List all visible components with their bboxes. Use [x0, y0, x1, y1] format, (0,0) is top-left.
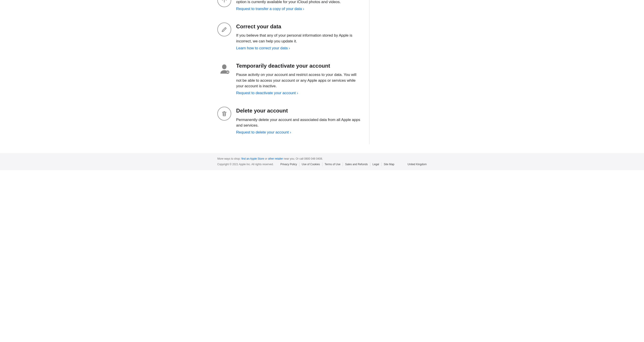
legal-link[interactable]: Legal	[370, 163, 382, 167]
delete-section: Delete your account Permanently delete y…	[217, 107, 360, 135]
person-minus-icon	[217, 62, 231, 76]
content-column: You can transfer a copy of your data to …	[217, 0, 370, 144]
transfer-link[interactable]: Request to transfer a copy of your data	[236, 7, 304, 11]
correct-section: Correct your data If you believe that an…	[217, 22, 360, 51]
deactivate-title: Temporarily deactivate your account	[236, 62, 360, 70]
delete-icon-wrap	[217, 107, 231, 121]
global-footer: More ways to shop: find an Apple Store o…	[0, 153, 644, 170]
correct-title: Correct your data	[236, 22, 360, 30]
transfer-desc: You can transfer a copy of your data to …	[236, 0, 360, 5]
footer-shop-mid: or	[264, 157, 268, 160]
share-icon	[217, 0, 231, 7]
privacy-policy-link[interactable]: Privacy Policy	[280, 163, 300, 167]
transfer-icon-wrap	[217, 0, 231, 7]
deactivate-section: Temporarily deactivate your account Paus…	[217, 62, 360, 96]
site-map-link[interactable]: Site Map	[382, 163, 396, 167]
footer-links: Privacy Policy Use of Cookies Terms of U…	[280, 163, 397, 167]
footer-shop-line: More ways to shop: find an Apple Store o…	[217, 157, 427, 161]
use-of-cookies-link[interactable]: Use of Cookies	[300, 163, 322, 167]
footer-legal-row: Copyright © 2021 Apple Inc. All rights r…	[217, 163, 427, 167]
deactivate-link[interactable]: Request to deactivate your account	[236, 91, 298, 95]
footer-inner: More ways to shop: find an Apple Store o…	[212, 157, 432, 166]
transfer-body: You can transfer a copy of your data to …	[236, 0, 360, 12]
footer-shop-suffix: near you. Or call 0800 048 0408.	[283, 157, 323, 160]
main-container: You can transfer a copy of your data to …	[212, 0, 432, 144]
footer-locale[interactable]: United Kingdom	[408, 163, 427, 167]
correct-link[interactable]: Learn how to correct your data	[236, 46, 290, 50]
svg-rect-1	[227, 72, 229, 72]
transfer-section: You can transfer a copy of your data to …	[217, 0, 360, 12]
footer-shop-prefix: More ways to shop:	[217, 157, 241, 160]
delete-title: Delete your account	[236, 107, 360, 115]
delete-body: Delete your account Permanently delete y…	[236, 107, 360, 135]
other-retailer-link[interactable]: other retailer	[268, 157, 283, 160]
footer-copyright: Copyright © 2021 Apple Inc. All rights r…	[217, 163, 274, 167]
delete-link[interactable]: Request to delete your account	[236, 130, 291, 134]
correct-icon-wrap	[217, 22, 231, 36]
deactivate-desc: Pause activity on your account and restr…	[236, 72, 360, 89]
deactivate-body: Temporarily deactivate your account Paus…	[236, 62, 360, 96]
terms-of-use-link[interactable]: Terms of Use	[322, 163, 343, 167]
correct-desc: If you believe that any of your personal…	[236, 33, 360, 44]
correct-body: Correct your data If you believe that an…	[236, 22, 360, 51]
find-apple-store-link[interactable]: find an Apple Store	[241, 157, 264, 160]
delete-desc: Permanently delete your account and asso…	[236, 117, 360, 129]
trash-icon	[217, 107, 231, 121]
deactivate-icon-wrap	[217, 62, 231, 76]
sales-refunds-link[interactable]: Sales and Refunds	[343, 163, 370, 167]
pencil-icon	[217, 22, 231, 36]
